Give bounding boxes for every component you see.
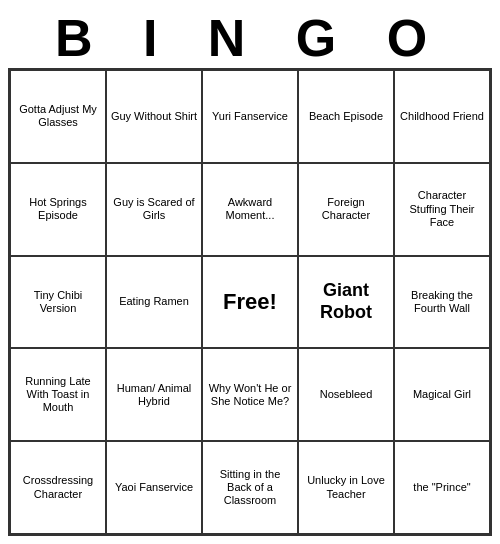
- bingo-cell-r1c2[interactable]: Guy Without Shirt: [106, 70, 202, 163]
- bingo-cell-r3c3[interactable]: Free!: [202, 256, 298, 349]
- bingo-cell-r4c5[interactable]: Magical Girl: [394, 348, 490, 441]
- bingo-cell-r3c4[interactable]: Giant Robot: [298, 256, 394, 349]
- bingo-cell-r1c3[interactable]: Yuri Fanservice: [202, 70, 298, 163]
- bingo-cell-r2c1[interactable]: Hot Springs Episode: [10, 163, 106, 256]
- bingo-cell-r2c4[interactable]: Foreign Character: [298, 163, 394, 256]
- bingo-cell-r3c1[interactable]: Tiny Chibi Version: [10, 256, 106, 349]
- bingo-cell-r1c4[interactable]: Beach Episode: [298, 70, 394, 163]
- bingo-cell-r3c2[interactable]: Eating Ramen: [106, 256, 202, 349]
- bingo-cell-r5c2[interactable]: Yaoi Fanservice: [106, 441, 202, 534]
- bingo-cell-r1c5[interactable]: Childhood Friend: [394, 70, 490, 163]
- bingo-title: B I N G O: [8, 8, 492, 68]
- bingo-grid: Gotta Adjust My GlassesGuy Without Shirt…: [8, 68, 492, 536]
- bingo-cell-r1c1[interactable]: Gotta Adjust My Glasses: [10, 70, 106, 163]
- bingo-cell-r5c1[interactable]: Crossdressing Character: [10, 441, 106, 534]
- bingo-cell-r3c5[interactable]: Breaking the Fourth Wall: [394, 256, 490, 349]
- bingo-cell-r4c3[interactable]: Why Won't He or She Notice Me?: [202, 348, 298, 441]
- bingo-cell-r2c5[interactable]: Character Stuffing Their Face: [394, 163, 490, 256]
- bingo-cell-r4c2[interactable]: Human/ Animal Hybrid: [106, 348, 202, 441]
- bingo-cell-r5c5[interactable]: the "Prince": [394, 441, 490, 534]
- bingo-cell-r2c3[interactable]: Awkward Moment...: [202, 163, 298, 256]
- bingo-cell-r2c2[interactable]: Guy is Scared of Girls: [106, 163, 202, 256]
- bingo-cell-r4c4[interactable]: Nosebleed: [298, 348, 394, 441]
- bingo-cell-r5c4[interactable]: Unlucky in Love Teacher: [298, 441, 394, 534]
- bingo-cell-r5c3[interactable]: Sitting in the Back of a Classroom: [202, 441, 298, 534]
- bingo-cell-r4c1[interactable]: Running Late With Toast in Mouth: [10, 348, 106, 441]
